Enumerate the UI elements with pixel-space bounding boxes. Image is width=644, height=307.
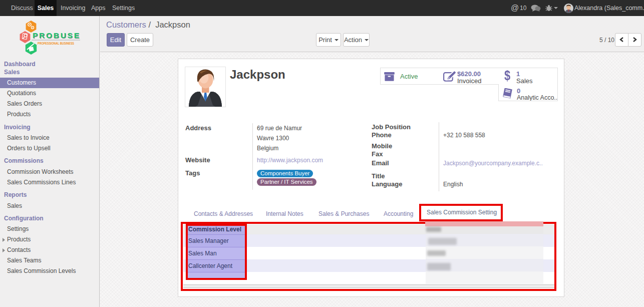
svg-text:PROFESSIONAL BUSINESS: PROFESSIONAL BUSINESS (38, 42, 74, 45)
svg-text:PROBUSE: PROBUSE (33, 31, 79, 40)
